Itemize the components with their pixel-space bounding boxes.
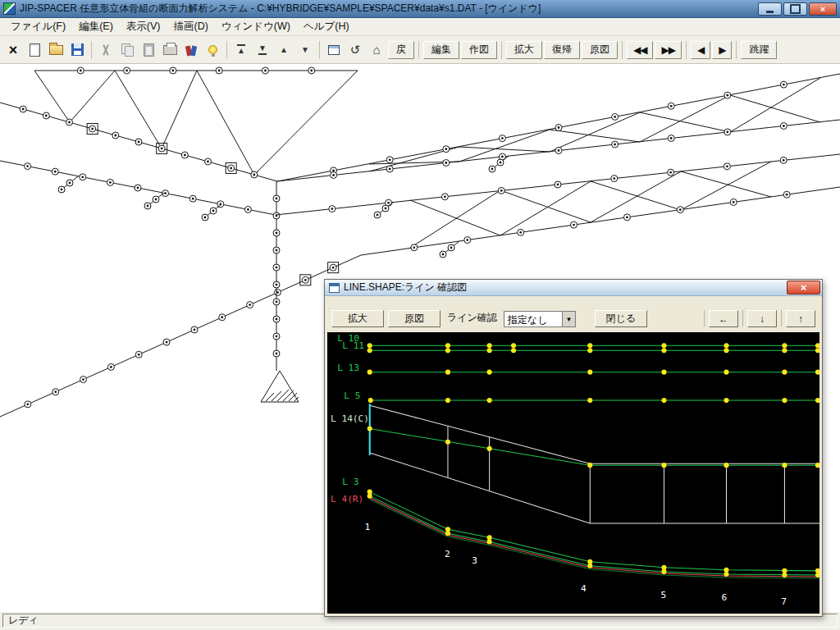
open-file-button[interactable] xyxy=(46,40,66,60)
line-shape-window: LINE.SHAPE:ライン 確認図 × 拡大 原図 ライン確認 指定なし ▼ … xyxy=(324,279,823,617)
svg-text:7: 7 xyxy=(781,597,787,608)
toolbar-separator xyxy=(319,41,320,59)
move-up-button[interactable]: ▲ xyxy=(274,40,294,60)
line-zoom-button[interactable]: 拡大 xyxy=(331,310,384,327)
svg-text:4: 4 xyxy=(581,584,587,595)
new-document-icon xyxy=(30,43,40,57)
copy-icon xyxy=(121,43,134,57)
maximize-button[interactable] xyxy=(783,2,807,16)
svg-text:L 11: L 11 xyxy=(342,341,364,352)
svg-text:L 4(R): L 4(R) xyxy=(331,494,363,504)
original-view-button[interactable]: 原図 xyxy=(582,41,618,59)
move-bottom-icon: ▼ xyxy=(258,44,267,55)
line-up-button[interactable]: ↑ xyxy=(786,310,815,327)
rotate-icon: ↺ xyxy=(350,43,361,56)
svg-text:L 13: L 13 xyxy=(337,363,359,373)
close-tool-icon[interactable]: × xyxy=(3,40,23,60)
svg-text:L 3: L 3 xyxy=(342,477,358,488)
svg-text:L 5: L 5 xyxy=(344,391,360,402)
move-top-button[interactable]: ▲ xyxy=(231,40,251,60)
paste-icon xyxy=(144,43,154,57)
title-bar[interactable]: JIP-SPACER 任意形立体骨組の断面力解析システム - C:¥HYBRID… xyxy=(0,0,840,18)
svg-text:3: 3 xyxy=(472,555,477,566)
toolbar-separator xyxy=(418,41,419,59)
paste-button[interactable] xyxy=(139,40,158,60)
back-button[interactable]: 戻 xyxy=(388,41,414,59)
prev-button[interactable]: ◀ xyxy=(691,41,710,59)
cut-icon xyxy=(100,43,112,57)
line-window-icon xyxy=(329,283,340,293)
line-window-close-button[interactable]: × xyxy=(787,281,820,294)
line-original-button[interactable]: 原図 xyxy=(388,310,441,327)
toolbar: × ▲ ▼ ▲ ▼ ↺ ⌂ 戻 編集 作図 拡大 復帰 原図 ◀◀ ▶▶ ◀ ▶… xyxy=(0,36,840,64)
line-down-button[interactable]: ↓ xyxy=(747,310,777,327)
open-folder-icon xyxy=(49,45,63,55)
print-button[interactable] xyxy=(160,40,180,60)
window-controls: × xyxy=(758,2,837,16)
line-toolbar-separator xyxy=(742,310,743,326)
prev-fast-button[interactable]: ◀◀ xyxy=(627,41,653,59)
menu-help[interactable]: ヘルプ(H) xyxy=(298,18,355,35)
line-window-title: LINE.SHAPE:ライン 確認図 xyxy=(344,281,787,294)
save-button[interactable] xyxy=(67,40,87,60)
toolbar-separator xyxy=(501,41,502,59)
window-frame-icon xyxy=(328,45,340,55)
svg-text:6: 6 xyxy=(721,593,727,604)
menu-draw[interactable]: 描画(D) xyxy=(167,18,213,35)
toolbar-separator xyxy=(736,41,737,59)
copy-button[interactable] xyxy=(117,40,137,60)
line-select-value: 指定なし xyxy=(504,312,562,326)
toolbar-separator xyxy=(226,41,227,59)
frame-button[interactable] xyxy=(324,40,344,60)
up-arrow-icon: ▲ xyxy=(280,46,288,54)
move-top-icon: ▲ xyxy=(237,44,245,55)
svg-text:L 14(C): L 14(C) xyxy=(331,414,369,425)
minimize-button[interactable] xyxy=(758,2,782,16)
menu-bar: ファイル(F) 編集(E) 表示(V) 描画(D) ウィンドウ(W) ヘルプ(H… xyxy=(0,18,840,36)
down-arrow-icon: ▼ xyxy=(301,46,309,54)
app-icon xyxy=(3,2,16,15)
books-icon xyxy=(186,44,196,56)
new-file-button[interactable] xyxy=(25,40,44,60)
next-fast-button[interactable]: ▶▶ xyxy=(655,41,681,59)
rotate-button[interactable]: ↺ xyxy=(345,40,365,60)
move-down-button[interactable]: ▼ xyxy=(295,40,315,60)
cut-button[interactable] xyxy=(96,40,116,60)
edit-mode-button[interactable]: 編集 xyxy=(423,41,459,59)
jump-button[interactable]: 跳躍 xyxy=(741,41,777,59)
line-toolbar-separator xyxy=(704,310,705,326)
chevron-down-icon[interactable]: ▼ xyxy=(562,312,575,326)
toolbar-separator xyxy=(91,41,92,59)
svg-text:2: 2 xyxy=(445,549,450,559)
menu-window[interactable]: ウィンドウ(W) xyxy=(216,18,296,35)
svg-text:1: 1 xyxy=(365,523,371,533)
line-close-button[interactable]: 閉じる xyxy=(595,310,647,327)
home-button[interactable]: ⌂ xyxy=(367,40,386,60)
restore-button[interactable]: 復帰 xyxy=(544,41,580,59)
lightbulb-icon xyxy=(208,45,217,54)
line-confirmation-canvas[interactable]: L 10L 11L 13L 5L 14(C)L 3L 4(R)1234567 xyxy=(327,332,819,614)
save-icon xyxy=(71,43,84,56)
move-bottom-button[interactable]: ▼ xyxy=(253,40,272,60)
hint-button[interactable] xyxy=(203,40,222,60)
line-window-toolbar: 拡大 原図 ライン確認 指定なし ▼ 閉じる ← ↓ ↑ xyxy=(325,296,822,332)
line-check-label: ライン確認 xyxy=(447,311,497,325)
svg-text:5: 5 xyxy=(660,591,666,601)
close-button[interactable]: × xyxy=(809,2,837,16)
next-button[interactable]: ▶ xyxy=(712,41,732,59)
draw-mode-button[interactable]: 作図 xyxy=(461,41,497,59)
menu-file[interactable]: ファイル(F) xyxy=(5,18,71,35)
line-select-dropdown[interactable]: 指定なし ▼ xyxy=(504,311,576,327)
menu-edit[interactable]: 編集(E) xyxy=(73,18,119,35)
home-icon: ⌂ xyxy=(372,43,380,56)
line-toolbar-separator xyxy=(781,310,782,326)
zoom-button[interactable]: 拡大 xyxy=(506,41,542,59)
menu-view[interactable]: 表示(V) xyxy=(121,18,167,35)
print-icon xyxy=(163,45,177,55)
line-left-button[interactable]: ← xyxy=(709,310,738,327)
window-title: JIP-SPACER 任意形立体骨組の断面力解析システム - C:¥HYBRID… xyxy=(20,2,758,16)
line-window-title-bar[interactable]: LINE.SHAPE:ライン 確認図 × xyxy=(325,280,822,296)
x-icon: × xyxy=(9,43,18,57)
help-books-button[interactable] xyxy=(181,40,201,60)
line-shape-plot[interactable]: L 10L 11L 13L 5L 14(C)L 3L 4(R)1234567 xyxy=(327,332,819,614)
